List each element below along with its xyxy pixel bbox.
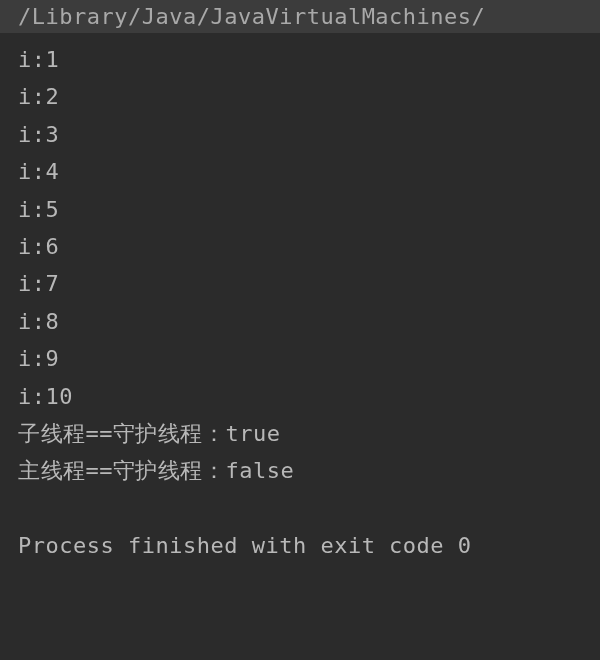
output-line: i:1: [18, 41, 582, 78]
output-line: i:3: [18, 116, 582, 153]
output-line: i:9: [18, 340, 582, 377]
output-line: i:8: [18, 303, 582, 340]
output-line: i:6: [18, 228, 582, 265]
blank-line: [18, 490, 582, 527]
output-line: i:10: [18, 378, 582, 415]
output-line: i:5: [18, 191, 582, 228]
output-line: 主线程==守护线程：false: [18, 452, 582, 489]
console-output: i:1 i:2 i:3 i:4 i:5 i:6 i:7 i:8 i:9 i:10…: [0, 33, 600, 572]
output-line: i:4: [18, 153, 582, 190]
output-line: i:7: [18, 265, 582, 302]
output-line: 子线程==守护线程：true: [18, 415, 582, 452]
console-header-path: /Library/Java/JavaVirtualMachines/: [0, 0, 600, 33]
output-line: i:2: [18, 78, 582, 115]
process-finished-line: Process finished with exit code 0: [18, 527, 582, 564]
